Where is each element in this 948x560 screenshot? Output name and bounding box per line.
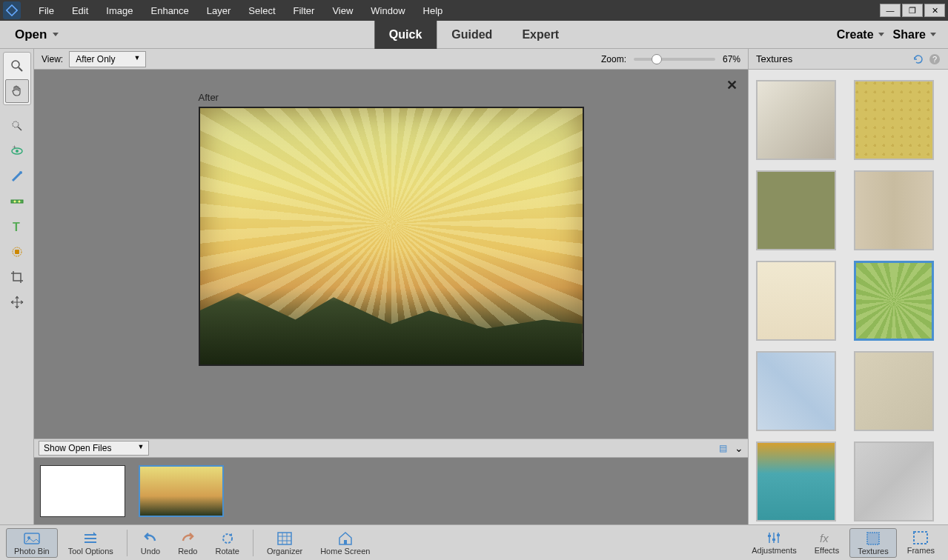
homescreen-button[interactable]: Home Screen: [313, 529, 377, 557]
menu-edit[interactable]: Edit: [63, 2, 97, 19]
chevron-down-icon: [53, 33, 59, 36]
hand-tool[interactable]: [5, 79, 29, 103]
chevron-down-icon: [930, 33, 936, 36]
view-label: View:: [42, 54, 63, 64]
tab-expert[interactable]: Expert: [507, 21, 574, 49]
svg-rect-15: [15, 250, 19, 254]
texture-grid: [749, 70, 948, 524]
effects-button[interactable]: fx Effects: [807, 528, 846, 558]
right-panel: Textures ?: [748, 49, 948, 524]
text-tool[interactable]: T: [5, 215, 29, 239]
svg-rect-37: [867, 533, 879, 544]
view-dropdown[interactable]: After Only: [69, 51, 145, 67]
reset-icon[interactable]: [912, 53, 924, 65]
menu-window[interactable]: Window: [362, 2, 414, 19]
zoom-tool[interactable]: [5, 54, 29, 78]
svg-rect-39: [914, 532, 927, 544]
panel-header: Textures ?: [749, 49, 948, 70]
frames-button[interactable]: Frames: [900, 528, 942, 558]
zoom-label: Zoom:: [601, 54, 626, 64]
tab-quick[interactable]: Quick: [374, 21, 437, 49]
menu-select[interactable]: Select: [239, 2, 284, 19]
texture-silver-foil[interactable]: [854, 441, 934, 521]
svg-text:+: +: [13, 144, 16, 150]
rotate-button[interactable]: Rotate: [208, 529, 246, 557]
texture-blue-weave[interactable]: [756, 351, 836, 431]
share-button[interactable]: Share: [893, 28, 936, 41]
texture-cream-paper[interactable]: [756, 261, 836, 341]
show-files-dropdown[interactable]: Show Open Files: [39, 441, 149, 456]
spot-heal-tool[interactable]: [5, 240, 29, 264]
photobin-button[interactable]: Photo Bin: [6, 528, 58, 558]
tab-guided[interactable]: Guided: [437, 21, 507, 49]
open-button[interactable]: Open: [0, 21, 73, 48]
move-tool[interactable]: [5, 290, 29, 314]
help-icon[interactable]: ?: [929, 53, 941, 65]
minimize-button[interactable]: —: [880, 4, 901, 17]
undo-button[interactable]: Undo: [133, 529, 168, 557]
left-toolbar: + T: [0, 49, 34, 524]
svg-point-9: [19, 171, 22, 174]
photobin: [34, 458, 748, 524]
svg-line-4: [18, 127, 21, 130]
adjustments-button[interactable]: Adjustments: [744, 528, 804, 558]
maximize-button[interactable]: ❐: [902, 4, 923, 17]
chevron-down-icon[interactable]: ⌄: [735, 442, 743, 454]
create-button[interactable]: Create: [837, 28, 884, 41]
svg-text:?: ?: [932, 55, 937, 64]
menu-help[interactable]: Help: [414, 2, 452, 19]
mode-tabs: Quick Guided Expert: [374, 21, 574, 49]
svg-rect-33: [768, 535, 771, 537]
menu-filter[interactable]: Filter: [285, 2, 324, 19]
texture-green-sunburst[interactable]: [854, 261, 934, 341]
zoom-slider[interactable]: [634, 58, 715, 61]
svg-line-2: [19, 67, 22, 71]
thumbnail-1[interactable]: [40, 465, 125, 517]
menu-layer[interactable]: Layer: [198, 2, 240, 19]
slider-thumb[interactable]: [652, 54, 662, 64]
svg-rect-29: [344, 540, 347, 544]
window-controls: — ❐ ✕: [880, 4, 945, 17]
svg-point-12: [18, 201, 20, 203]
straighten-tool[interactable]: [5, 190, 29, 213]
modebar: Open Quick Guided Expert Create Share: [0, 21, 948, 49]
panel-title: Textures: [756, 53, 792, 64]
list-icon[interactable]: ▤: [719, 443, 727, 453]
main-image[interactable]: [199, 107, 584, 366]
redeye-tool[interactable]: +: [5, 139, 29, 163]
svg-rect-34: [772, 539, 775, 541]
crop-tool[interactable]: [5, 265, 29, 289]
quick-select-tool[interactable]: [5, 114, 29, 138]
organizer-button[interactable]: Organizer: [259, 529, 310, 557]
close-icon[interactable]: ✕: [726, 77, 737, 93]
whiten-tool[interactable]: [5, 164, 29, 188]
canvas-viewport: ✕ After: [34, 70, 748, 439]
menu-file[interactable]: File: [30, 2, 63, 19]
svg-point-1: [12, 61, 19, 68]
menu-enhance[interactable]: Enhance: [142, 2, 198, 19]
texture-olive-canvas[interactable]: [756, 170, 836, 250]
svg-line-8: [13, 173, 20, 181]
menu-image[interactable]: Image: [97, 2, 142, 19]
image-label: After: [199, 92, 219, 103]
thumbnail-2[interactable]: [139, 465, 224, 517]
close-button[interactable]: ✕: [924, 4, 945, 17]
texture-yellow-dots[interactable]: [854, 80, 934, 160]
texture-peeling-paint[interactable]: [756, 80, 836, 160]
svg-text:fx: fx: [820, 532, 829, 544]
canvas-area: View: After Only Zoom: 67% ✕ After Show …: [34, 49, 748, 524]
svg-text:T: T: [13, 221, 20, 233]
app-logo-icon: [3, 1, 21, 19]
svg-rect-0: [7, 5, 17, 16]
texture-beige-fabric[interactable]: [854, 170, 934, 250]
svg-rect-10: [11, 200, 23, 203]
redo-button[interactable]: Redo: [170, 529, 205, 557]
texture-teal-gold[interactable]: [756, 441, 836, 521]
svg-rect-18: [24, 533, 39, 544]
textures-button[interactable]: Textures: [849, 528, 897, 558]
tooloptions-button[interactable]: Tool Options: [61, 529, 121, 557]
texture-tan-scratched[interactable]: [854, 351, 934, 431]
menu-view[interactable]: View: [323, 2, 362, 19]
svg-point-3: [13, 121, 19, 127]
canvas-toolbar: View: After Only Zoom: 67%: [34, 49, 748, 70]
